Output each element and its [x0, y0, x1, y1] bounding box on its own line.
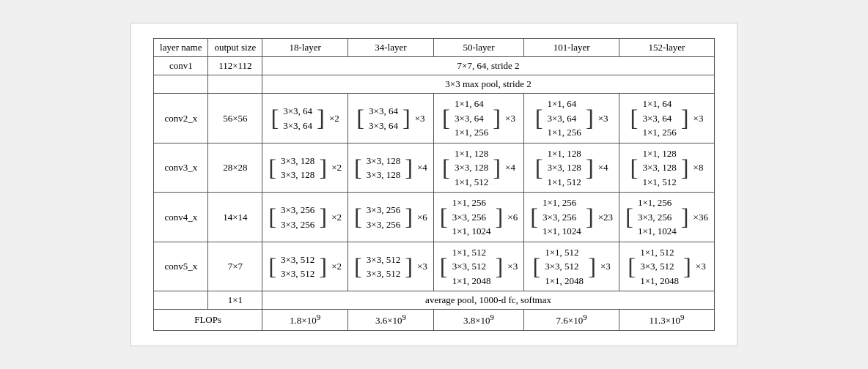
conv2x-18: [ 3×3, 64 3×3, 64 ] ×2 [262, 94, 348, 144]
table-row-conv2x: conv2_x 56×56 [ 3×3, 64 3×3, 64 ] ×2 [154, 94, 715, 144]
conv5x-layer: conv5_x [154, 242, 208, 291]
conv1-output: 112×112 [208, 57, 262, 75]
conv2x-layer: conv2_x [154, 94, 208, 144]
conv5x-50: [ 1×1, 512 3×3, 512 1×1, 2048 ] ×3 [433, 242, 523, 291]
header-152layer: 152-layer [619, 39, 715, 57]
header-50layer: 50-layer [433, 39, 523, 57]
avgpool-layer [154, 291, 208, 310]
flops-101: 7.6×109 [524, 310, 619, 330]
flops-50: 3.8×109 [433, 310, 523, 330]
conv5x-101: [ 1×1, 512 3×3, 512 1×1, 2048 ] ×3 [524, 242, 619, 291]
conv3x-18: [ 3×3, 128 3×3, 128 ] ×2 [262, 143, 348, 193]
conv4x-152: [ 1×1, 256 3×3, 256 1×1, 1024 ] ×36 [619, 193, 715, 242]
conv2x-34: [ 3×3, 64 3×3, 64 ] ×3 [348, 94, 434, 144]
conv3x-50: [ 1×1, 128 3×3, 128 1×1, 512 ] ×4 [433, 143, 523, 193]
conv4x-101: [ 1×1, 256 3×3, 256 1×1, 1024 ] ×23 [524, 193, 619, 242]
conv4x-18: [ 3×3, 256 3×3, 256 ] ×2 [262, 193, 348, 242]
table-row-maxpool: 3×3 max pool, stride 2 [154, 75, 715, 94]
bracket-left-icon: [ [271, 106, 279, 130]
bracket-right-icon: ] [317, 106, 325, 130]
header-output-size: output size [208, 39, 262, 57]
conv5x-output: 7×7 [208, 242, 262, 291]
conv1-span: 7×7, 64, stride 2 [262, 57, 715, 75]
header-34layer: 34-layer [348, 39, 434, 57]
conv5x-18: [ 3×3, 512 3×3, 512 ] ×2 [262, 242, 348, 291]
flops-label: FLOPs [154, 310, 262, 330]
conv3x-34: [ 3×3, 128 3×3, 128 ] ×4 [348, 143, 434, 193]
conv3x-output: 28×28 [208, 143, 262, 193]
conv2x-output: 56×56 [208, 94, 262, 144]
conv2x-101: [ 1×1, 64 3×3, 64 1×1, 256 ] ×3 [524, 94, 619, 144]
main-container: layer name output size 18-layer 34-layer… [130, 23, 738, 346]
maxpool-layer [154, 75, 208, 94]
conv3x-layer: conv3_x [154, 143, 208, 193]
conv2x-50: [ 1×1, 64 3×3, 64 1×1, 256 ] ×3 [433, 94, 523, 144]
conv3x-101: [ 1×1, 128 3×3, 128 1×1, 512 ] ×4 [524, 143, 619, 193]
header-18layer: 18-layer [262, 39, 348, 57]
architecture-table: layer name output size 18-layer 34-layer… [153, 38, 715, 330]
flops-18: 1.8×109 [262, 310, 348, 330]
header-101layer: 101-layer [524, 39, 619, 57]
conv5x-34: [ 3×3, 512 3×3, 512 ] ×3 [348, 242, 434, 291]
conv3x-152: [ 1×1, 128 3×3, 128 1×1, 512 ] ×8 [619, 143, 715, 193]
conv4x-50: [ 1×1, 256 3×3, 256 1×1, 1024 ] ×6 [433, 193, 523, 242]
flops-34: 3.6×109 [348, 310, 434, 330]
table-row-conv4x: conv4_x 14×14 [ 3×3, 256 3×3, 256 ] ×2 [154, 193, 715, 242]
table-row-avgpool: 1×1 average pool, 1000-d fc, softmax [154, 291, 715, 310]
avgpool-output: 1×1 [208, 291, 262, 310]
header-layer-name: layer name [154, 39, 208, 57]
table-row-conv3x: conv3_x 28×28 [ 3×3, 128 3×3, 128 ] ×2 [154, 143, 715, 193]
conv2x-152: [ 1×1, 64 3×3, 64 1×1, 256 ] ×3 [619, 94, 715, 144]
table-row-conv5x: conv5_x 7×7 [ 3×3, 512 3×3, 512 ] ×2 [154, 242, 715, 291]
conv1-layer: conv1 [154, 57, 208, 75]
table-row-flops: FLOPs 1.8×109 3.6×109 3.8×109 7.6×109 11… [154, 310, 715, 330]
conv4x-output: 14×14 [208, 193, 262, 242]
maxpool-output [208, 75, 262, 94]
table-row-conv1: conv1 112×112 7×7, 64, stride 2 [154, 57, 715, 75]
flops-152: 11.3×109 [619, 310, 715, 330]
conv4x-layer: conv4_x [154, 193, 208, 242]
maxpool-span: 3×3 max pool, stride 2 [262, 75, 715, 94]
avgpool-span: average pool, 1000-d fc, softmax [262, 291, 715, 310]
conv2x-18-content: 3×3, 64 3×3, 64 [283, 104, 312, 133]
conv4x-34: [ 3×3, 256 3×3, 256 ] ×6 [348, 193, 434, 242]
conv2x-18-multiply: ×2 [329, 113, 339, 124]
conv5x-152: [ 1×1, 512 3×3, 512 1×1, 2048 ] ×3 [619, 242, 715, 291]
